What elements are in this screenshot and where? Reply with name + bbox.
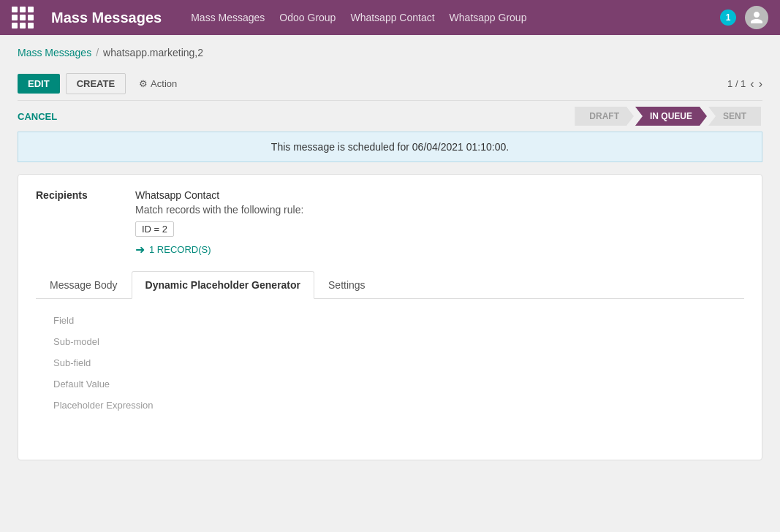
status-in-queue: IN QUEUE [635, 107, 707, 126]
status-sent: SENT [708, 107, 761, 126]
recipients-name: Whatsapp Contact [135, 189, 744, 201]
field-row: Field [53, 314, 727, 326]
card-body: Recipients Whatsapp Contact Match record… [18, 175, 762, 460]
nav-links: Mass Messages Odoo Group Whatsapp Contac… [191, 12, 703, 23]
status-draft: DRAFT [575, 107, 634, 126]
tab-bar: Message Body Dynamic Placeholder Generat… [36, 271, 744, 299]
main-area: Mass Messages / whatsapp.marketing,2 EDI… [0, 35, 780, 532]
nav-link-odoo-group[interactable]: Odoo Group [279, 12, 336, 23]
records-count: 1 RECORD(S) [149, 244, 211, 255]
create-button[interactable]: CREATE [66, 73, 126, 94]
toolbar: EDIT CREATE ⚙ Action 1 / 1 ‹ › [18, 67, 762, 101]
tab-settings[interactable]: Settings [314, 271, 379, 299]
placeholder-expression-label: Placeholder Expression [53, 398, 156, 411]
action-label: Action [151, 78, 177, 89]
status-flow: DRAFT IN QUEUE SENT [575, 107, 762, 126]
app-title: Mass Messages [51, 10, 162, 26]
breadcrumb-parent[interactable]: Mass Messages [18, 47, 91, 58]
placeholder-expression-row: Placeholder Expression [53, 398, 727, 411]
tab-dynamic-placeholder[interactable]: Dynamic Placeholder Generator [132, 271, 314, 299]
records-link[interactable]: ➜ 1 RECORD(S) [135, 243, 744, 256]
next-page-button[interactable]: › [759, 77, 762, 91]
user-avatar[interactable] [745, 6, 768, 29]
main-card: Recipients Whatsapp Contact Match record… [18, 174, 762, 460]
nav-link-whatsapp-contact[interactable]: Whatsapp Contact [350, 12, 434, 23]
cancel-button[interactable]: CANCEL [18, 108, 63, 125]
default-value-label: Default Value [53, 377, 156, 390]
topnav-right: 1 [720, 6, 768, 29]
sub-field-label: Sub-field [53, 356, 156, 368]
pagination-text: 1 / 1 [727, 78, 746, 89]
field-label: Field [53, 314, 156, 326]
nav-link-whatsapp-group[interactable]: Whatsapp Group [450, 12, 527, 23]
filter-tag[interactable]: ID = 2 [135, 221, 174, 237]
top-navigation: Mass Messages Mass Messages Odoo Group W… [0, 0, 780, 35]
nav-link-mass-messages[interactable]: Mass Messages [191, 12, 265, 23]
tab-message-body[interactable]: Message Body [36, 271, 132, 299]
breadcrumb-current: whatsapp.marketing,2 [103, 47, 203, 58]
recipients-section: Recipients Whatsapp Contact Match record… [36, 189, 744, 256]
tab-content-dynamic-placeholder: Field Sub-model Sub-field Default Value … [36, 299, 744, 445]
app-grid-icon[interactable] [12, 7, 34, 28]
notification-badge[interactable]: 1 [720, 10, 736, 26]
notification-count: 1 [720, 10, 736, 26]
arrow-icon: ➜ [135, 243, 145, 256]
recipients-rule: Match records with the following rule: [135, 204, 744, 216]
gear-icon: ⚙ [139, 78, 148, 89]
recipients-label: Recipients [36, 189, 124, 256]
status-bar: CANCEL DRAFT IN QUEUE SENT [18, 101, 762, 132]
recipients-content: Whatsapp Contact Match records with the … [135, 189, 744, 256]
pagination: 1 / 1 ‹ › [727, 77, 762, 91]
default-value-row: Default Value [53, 377, 727, 390]
sub-model-label: Sub-model [53, 335, 156, 347]
breadcrumb: Mass Messages / whatsapp.marketing,2 [18, 47, 762, 58]
sub-field-row: Sub-field [53, 356, 727, 368]
prev-page-button[interactable]: ‹ [750, 77, 754, 91]
sub-model-row: Sub-model [53, 335, 727, 347]
breadcrumb-separator: / [96, 47, 99, 58]
edit-button[interactable]: EDIT [18, 74, 60, 94]
banner-message: This message is scheduled for 06/04/2021… [271, 141, 509, 153]
info-banner: This message is scheduled for 06/04/2021… [18, 132, 762, 162]
action-button[interactable]: ⚙ Action [132, 74, 184, 94]
